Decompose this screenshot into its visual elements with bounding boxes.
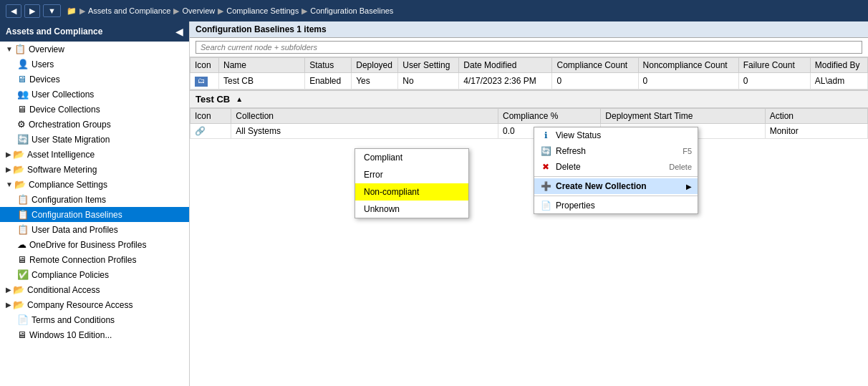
sidebar-item-asset-intelligence[interactable]: ▶ 📂 Asset Intelligence [0, 147, 189, 162]
devices-icon: 🖥 [17, 74, 26, 85]
col-deployed[interactable]: Deployed [352, 58, 398, 73]
col-name[interactable]: Name [219, 58, 305, 73]
cell-compliance-count: 0 [552, 73, 638, 90]
sidebar-item-overview[interactable]: ▼ 📋 Overview [0, 42, 189, 57]
asset-intelligence-icon: 📂 [13, 149, 24, 160]
col-user-setting[interactable]: User Setting [398, 58, 459, 73]
sidebar-item-terms[interactable]: 📄 Terms and Conditions [0, 312, 189, 327]
col-deployment-start[interactable]: Deployment Start Time [601, 109, 765, 124]
compliance-policies-icon: ✅ [17, 269, 29, 280]
sidebar-item-compliance-settings[interactable]: ▼ 📂 Compliance Settings [0, 177, 189, 192]
config-items-icon: 📋 [17, 194, 29, 205]
sidebar-item-device-collections[interactable]: 🖥 Device Collections [0, 102, 189, 117]
top-panel-header: Configuration Baselines 1 items [190, 21, 868, 38]
context-menu-item-properties[interactable]: 📄 Properties [534, 198, 698, 213]
sidebar: Assets and Compliance ◀ ▼ 📋 Overview 👤 U… [0, 21, 190, 386]
col-compliance-count[interactable]: Compliance Count [552, 58, 638, 73]
breadcrumb-overview[interactable]: Overview [182, 6, 215, 15]
search-input[interactable] [196, 41, 862, 54]
sidebar-item-label: Configuration Items [32, 195, 106, 205]
user-collections-icon: 👥 [17, 89, 29, 100]
sidebar-item-label: Orchestration Groups [29, 120, 111, 130]
forward-button[interactable]: ▶ [24, 4, 40, 18]
context-menu-item-delete[interactable]: ✖ Delete Delete [534, 159, 698, 175]
submenu-item-compliant[interactable]: Compliant [355, 149, 468, 166]
submenu-item-non-compliant[interactable]: Non-compliant [355, 183, 468, 201]
sidebar-item-compliance-policies[interactable]: ✅ Compliance Policies [0, 267, 189, 282]
cell-deployed: Yes [352, 73, 398, 90]
sidebar-item-devices[interactable]: 🖥 Devices [0, 72, 189, 87]
sidebar-item-onedrive[interactable]: ☁ OneDrive for Business Profiles [0, 237, 189, 252]
sidebar-item-label: Windows 10 Edition... [29, 330, 112, 340]
cell-user-setting: No [398, 73, 459, 90]
submenu: Compliant Error Non-compliant Unknown [355, 148, 469, 218]
sidebar-item-configuration-baselines[interactable]: 📋 Configuration Baselines [0, 207, 189, 222]
remote-connection-icon: 🖥 [17, 254, 26, 265]
sidebar-item-user-state[interactable]: 🔄 User State Migration [0, 132, 189, 147]
context-menu-separator [534, 176, 698, 177]
sidebar-item-configuration-items[interactable]: 📋 Configuration Items [0, 192, 189, 207]
table-row[interactable]: 🗂 Test CB Enabled Yes No 4/17/2023 2:36 … [191, 73, 868, 90]
breadcrumb-assets[interactable]: Assets and Compliance [88, 6, 171, 15]
col-compliance-pct[interactable]: Compliance % [498, 109, 600, 124]
sidebar-item-conditional-access[interactable]: ▶ 📂 Conditional Access [0, 282, 189, 297]
table-row[interactable]: 🔗 All Systems 0.0 4/17/2023 2:36 PM Moni… [191, 124, 868, 139]
expand-icon: ▶ [6, 301, 11, 309]
submenu-label: Non-compliant [364, 187, 419, 197]
sidebar-item-label: Asset Intelligence [27, 150, 95, 160]
sidebar-item-company-resource[interactable]: ▶ 📂 Company Resource Access [0, 297, 189, 312]
context-menu-item-view-status[interactable]: ℹ View Status [534, 127, 698, 143]
col-status[interactable]: Status [305, 58, 352, 73]
back-button[interactable]: ◀ [6, 4, 21, 18]
context-menu-item-create-collection[interactable]: ➕ Create New Collection ▶ [534, 178, 698, 194]
cell-modified-by: AL\adm [810, 73, 867, 90]
overview-icon: 📋 [14, 44, 26, 54]
sidebar-item-users[interactable]: 👤 Users [0, 57, 189, 72]
sidebar-item-label: User State Migration [32, 135, 110, 145]
context-menu-label: Properties [556, 201, 595, 211]
top-panel: Configuration Baselines 1 items Icon Nam… [190, 21, 868, 91]
dropdown-button[interactable]: ▼ [43, 4, 61, 17]
sidebar-item-label: Devices [29, 74, 60, 85]
sidebar-item-orchestration[interactable]: ⚙ Orchestration Groups [0, 117, 189, 132]
shortcut-label: Delete [669, 163, 692, 171]
nav-buttons[interactable]: ◀ ▶ ▼ [6, 4, 61, 18]
col-action[interactable]: Action [765, 109, 867, 124]
sidebar-collapse-button[interactable]: ◀ [175, 26, 183, 37]
col-noncompliance-count[interactable]: Noncompliance Count [638, 58, 738, 73]
col-collection[interactable]: Collection [231, 109, 498, 124]
table-header-row: Icon Name Status Deployed User Setting D… [191, 58, 868, 73]
context-menu-item-refresh[interactable]: 🔄 Refresh F5 [534, 143, 698, 159]
sidebar-item-windows10[interactable]: 🖥 Windows 10 Edition... [0, 327, 189, 342]
expand-icon: ▶ [6, 150, 11, 158]
context-menu-separator [534, 196, 698, 196]
breadcrumb-baselines[interactable]: Configuration Baselines [310, 6, 393, 15]
col-icon[interactable]: Icon [191, 109, 231, 124]
cell-collection: All Systems [231, 124, 498, 139]
sidebar-item-software-metering[interactable]: ▶ 📂 Software Metering [0, 162, 189, 177]
create-collection-icon: ➕ [540, 181, 551, 191]
title-bar: ◀ ▶ ▼ 📁 ▶ Assets and Compliance ▶ Overvi… [0, 0, 868, 21]
col-date-modified[interactable]: Date Modified [459, 58, 552, 73]
search-bar[interactable] [190, 38, 868, 57]
main-layout: Assets and Compliance ◀ ▼ 📋 Overview 👤 U… [0, 21, 868, 386]
cell-action: Monitor [765, 124, 867, 139]
sidebar-header: Assets and Compliance ◀ [0, 21, 189, 42]
context-menu: ℹ View Status 🔄 Refresh F5 ✖ Delete Dele… [534, 127, 698, 214]
sidebar-item-user-data[interactable]: 📋 User Data and Profiles [0, 222, 189, 237]
breadcrumb-compliance[interactable]: Compliance Settings [226, 6, 299, 15]
col-icon[interactable]: Icon [191, 58, 219, 73]
submenu-item-unknown[interactable]: Unknown [355, 201, 468, 218]
delete-icon: ✖ [540, 162, 551, 172]
cell-noncompliance-count: 0 [638, 73, 738, 90]
breadcrumb-root[interactable]: 📁 [67, 6, 77, 16]
expand-icon: ▼ [6, 180, 13, 188]
submenu-item-error[interactable]: Error [355, 166, 468, 183]
col-modified-by[interactable]: Modified By [810, 58, 867, 73]
onedrive-icon: ☁ [17, 239, 26, 250]
sidebar-item-remote-connection[interactable]: 🖥 Remote Connection Profiles [0, 252, 189, 267]
shortcut-label: F5 [683, 147, 692, 155]
sidebar-item-user-collections[interactable]: 👥 User Collections [0, 87, 189, 102]
device-collections-icon: 🖥 [17, 104, 26, 115]
col-failure-count[interactable]: Failure Count [738, 58, 810, 73]
